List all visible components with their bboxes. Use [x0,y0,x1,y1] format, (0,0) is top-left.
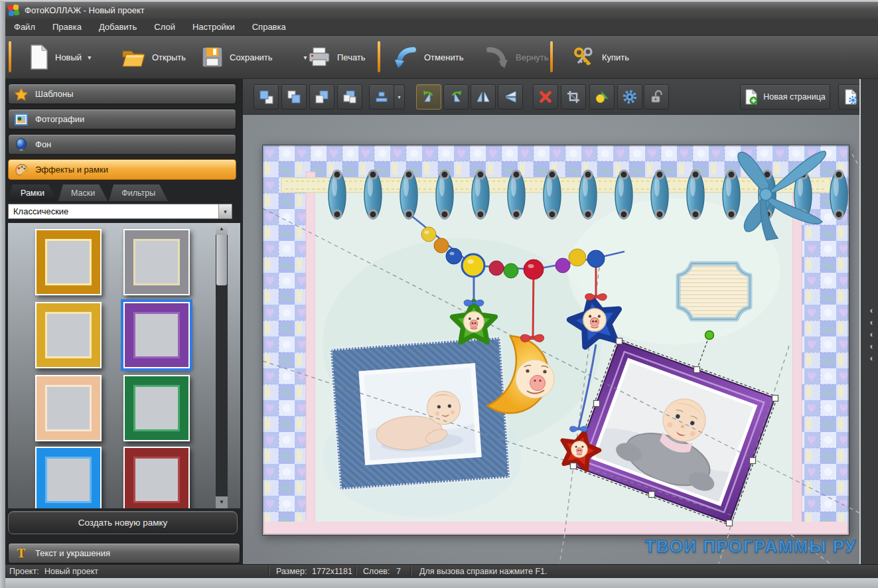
align-dropdown-caret[interactable]: ▾ [394,84,405,110]
frame-preview-inner [133,239,180,285]
bring-forward-button[interactable] [281,84,307,110]
menu-item[interactable]: Слой [145,19,184,35]
frame-preview-inner [45,239,92,285]
rotate-right-button[interactable] [443,84,469,110]
open-button[interactable]: Открыть [121,40,186,74]
sidebar-item-photos[interactable]: Фотографии [8,109,236,129]
new-page-button[interactable]: Новая страница [740,84,830,110]
menu-item[interactable]: Правка [44,19,90,35]
chevron-down-icon[interactable]: ▾ [218,204,232,218]
menu-item[interactable]: Добавить [90,19,145,35]
tab-masks[interactable]: Маски [58,184,108,201]
sidebar-item-templates[interactable]: Шаблоны [8,84,236,104]
keys-icon [572,45,596,69]
panel-collapse-chevrons[interactable]: ‹ ‹ ‹ ‹ ‹ [870,307,873,362]
frame-thumbnail[interactable] [35,375,102,441]
flip-horizontal-button[interactable] [471,84,496,110]
workspace: ▾ [243,78,878,564]
scroll-down-icon[interactable]: ▼ [216,496,228,508]
frame-preview-inner [45,312,92,358]
frame-thumbnail[interactable] [123,375,190,441]
frame-thumbnail[interactable] [123,302,190,368]
scrollbar-thumb[interactable] [216,235,227,285]
frame-thumbnail[interactable] [35,447,102,508]
new-button[interactable]: Новый ▾ [29,40,91,74]
collapsed-panel-strip[interactable]: ‹ ‹ ‹ ‹ ‹ [859,78,878,564]
undo-button[interactable]: Отменить [393,40,463,74]
align-button[interactable] [369,84,394,110]
frame-thumbnail[interactable] [35,302,102,368]
frame-preview-inner [133,312,180,358]
menu-item[interactable]: Файл [5,19,44,35]
chevron-left-icon[interactable]: ‹ [870,307,873,315]
frame-preview [37,303,100,367]
app-logo-icon [8,5,19,16]
frame-thumbnail[interactable] [123,229,190,295]
baby-photo-left [364,368,476,461]
frame-preview-inner [45,385,92,431]
send-backward-button[interactable] [309,84,334,110]
undo-button-label: Отменить [424,52,463,62]
print-button[interactable]: Печать [307,40,366,74]
collage-page[interactable] [262,145,849,536]
buy-button-label: Купить [602,52,629,62]
delete-button[interactable] [533,84,558,110]
status-separator [355,567,356,576]
flip-vertical-button[interactable] [498,84,523,110]
save-button[interactable]: Сохранить ▾ [201,40,307,74]
settings-gear-button[interactable] [617,84,642,110]
buy-button[interactable]: Купить [572,40,629,74]
status-layers-label: Слоев: [363,567,390,576]
send-to-back-button[interactable] [337,84,362,110]
frame-preview-inner [45,457,92,503]
caret-icon[interactable]: ▾ [304,54,307,61]
statusbar: Проект: Новый проект Размер: 1772x1181 С… [0,564,878,579]
menu-item[interactable]: Настройки [184,19,244,35]
toolbar-separator [550,41,553,72]
sidebar-item-label: Шаблоны [35,89,74,99]
window-frame-left [0,0,5,588]
toolbar-separator [9,41,11,72]
undo-arrow-icon [393,44,418,70]
rotate-handle[interactable] [705,331,714,340]
status-layers-value: 7 [396,567,401,576]
frame-category-select[interactable]: Классические ▾ [8,204,232,219]
frame-thumbnail[interactable] [35,229,102,295]
chevron-left-icon[interactable]: ‹ [870,331,873,338]
lock-button[interactable] [644,84,669,110]
status-project-label: Проект: [9,567,39,576]
rotate-left-button[interactable] [416,84,441,110]
shapes-button[interactable] [589,84,615,110]
chevron-left-icon[interactable]: ‹ [870,342,873,350]
tab-frames[interactable]: Рамки [8,184,57,201]
window-frame-bottom [0,578,878,588]
frame-preview [37,448,100,508]
sidebar-item-effects[interactable]: Эффекты и рамки [8,159,236,180]
text-decor-button[interactable]: T Текст и украшения [8,543,240,563]
sidebar-item-background[interactable]: Фон [8,134,236,155]
label-plaque[interactable] [678,263,750,319]
redo-button[interactable]: Вернуть [484,40,549,74]
thumbnail-scrollbar[interactable]: ▲ ▼ [216,223,228,508]
left-sidebar: Шаблоны Фотографии Фон [5,78,243,564]
create-frame-button[interactable]: Создать новую рамку [8,511,238,534]
bring-to-front-button[interactable] [254,84,279,110]
toolbar-separator [378,41,380,72]
crop-button[interactable] [561,84,586,110]
frame-thumbnail[interactable] [123,447,190,508]
denim-photo-frame[interactable] [330,337,510,489]
collage-canvas [263,145,849,535]
balloon-icon [14,137,29,152]
open-folder-icon [121,46,146,68]
effects-tabs: Рамки Маски Фильтры [8,184,168,201]
new-page-label: Новая страница [763,92,826,102]
caret-icon[interactable]: ▾ [88,54,91,61]
chevron-left-icon[interactable]: ‹ [870,354,873,362]
scroll-up-icon[interactable]: ▲ [216,223,228,235]
star-icon [14,87,29,102]
menu-item[interactable]: Справка [244,19,295,35]
save-button-label: Сохранить [230,52,273,62]
chevron-left-icon[interactable]: ‹ [870,319,873,327]
status-size-value: 1772x1181 [312,567,352,576]
tab-filters[interactable]: Фильтры [109,184,168,201]
